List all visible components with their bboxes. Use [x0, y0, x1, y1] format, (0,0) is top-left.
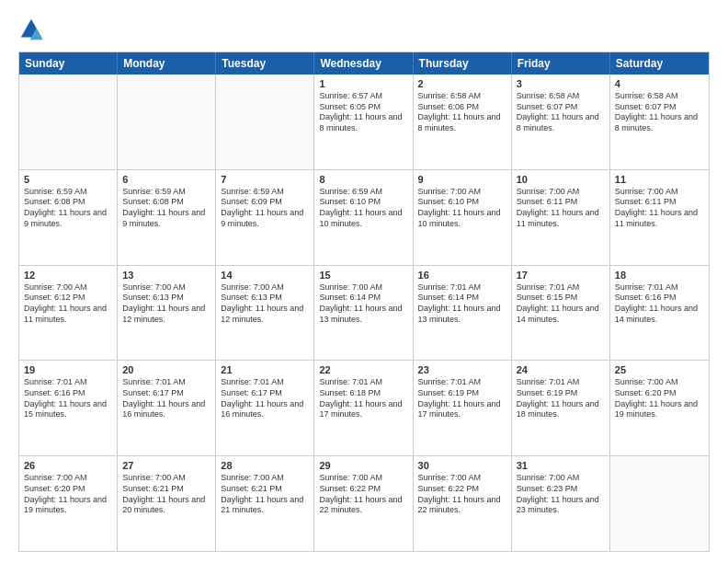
calendar-cell: 21Sunrise: 7:01 AM Sunset: 6:17 PM Dayli…	[216, 361, 314, 455]
day-number: 13	[122, 270, 210, 281]
day-number: 17	[517, 270, 605, 281]
day-number: 21	[221, 364, 309, 375]
calendar-cell: 8Sunrise: 6:59 AM Sunset: 6:10 PM Daylig…	[314, 170, 413, 265]
day-info: Sunrise: 6:58 AM Sunset: 6:07 PM Dayligh…	[517, 91, 605, 134]
weekday-header-monday: Monday	[118, 52, 216, 75]
day-number: 1	[319, 78, 407, 89]
day-number: 15	[319, 270, 407, 281]
calendar-cell: 23Sunrise: 7:01 AM Sunset: 6:19 PM Dayli…	[414, 361, 512, 455]
calendar-cell: 5Sunrise: 6:59 AM Sunset: 6:08 PM Daylig…	[19, 170, 118, 265]
day-info: Sunrise: 6:59 AM Sunset: 6:09 PM Dayligh…	[221, 187, 309, 230]
calendar-cell	[216, 75, 314, 169]
calendar-cell: 6Sunrise: 6:59 AM Sunset: 6:08 PM Daylig…	[118, 170, 216, 265]
day-info: Sunrise: 7:00 AM Sunset: 6:13 PM Dayligh…	[122, 282, 210, 326]
weekday-header-saturday: Saturday	[610, 52, 709, 75]
day-info: Sunrise: 7:00 AM Sunset: 6:14 PM Dayligh…	[319, 282, 407, 326]
calendar-row-5: 26Sunrise: 7:00 AM Sunset: 6:20 PM Dayli…	[19, 456, 709, 551]
day-number: 4	[615, 78, 704, 89]
day-info: Sunrise: 7:01 AM Sunset: 6:16 PM Dayligh…	[615, 282, 704, 326]
day-info: Sunrise: 6:57 AM Sunset: 6:05 PM Dayligh…	[319, 91, 407, 134]
calendar-body: 1Sunrise: 6:57 AM Sunset: 6:05 PM Daylig…	[19, 75, 709, 551]
calendar-cell: 26Sunrise: 7:00 AM Sunset: 6:20 PM Dayli…	[19, 456, 118, 551]
calendar-cell: 11Sunrise: 7:00 AM Sunset: 6:11 PM Dayli…	[610, 170, 709, 265]
calendar-cell	[610, 456, 709, 551]
day-number: 30	[418, 460, 506, 471]
calendar-cell	[19, 75, 118, 169]
weekday-header-wednesday: Wednesday	[314, 52, 413, 75]
calendar-cell: 31Sunrise: 7:00 AM Sunset: 6:23 PM Dayli…	[512, 456, 610, 551]
calendar-row-3: 12Sunrise: 7:00 AM Sunset: 6:12 PM Dayli…	[19, 266, 709, 362]
logo-icon	[18, 17, 44, 42]
calendar-header: SundayMondayTuesdayWednesdayThursdayFrid…	[19, 52, 709, 75]
calendar-cell: 4Sunrise: 6:58 AM Sunset: 6:07 PM Daylig…	[610, 75, 709, 169]
day-number: 26	[24, 460, 112, 471]
day-number: 24	[517, 364, 605, 375]
day-number: 19	[24, 364, 112, 375]
day-number: 14	[221, 270, 309, 281]
day-number: 2	[418, 78, 506, 89]
day-number: 25	[615, 364, 704, 375]
calendar-cell: 16Sunrise: 7:01 AM Sunset: 6:14 PM Dayli…	[414, 266, 512, 361]
day-number: 20	[122, 364, 210, 375]
day-info: Sunrise: 7:01 AM Sunset: 6:16 PM Dayligh…	[24, 377, 112, 420]
calendar-cell: 3Sunrise: 6:58 AM Sunset: 6:07 PM Daylig…	[512, 75, 610, 169]
day-info: Sunrise: 6:59 AM Sunset: 6:10 PM Dayligh…	[319, 187, 407, 230]
day-info: Sunrise: 7:00 AM Sunset: 6:11 PM Dayligh…	[517, 187, 605, 230]
calendar: SundayMondayTuesdayWednesdayThursdayFrid…	[18, 52, 710, 552]
logo	[18, 17, 48, 42]
calendar-cell: 18Sunrise: 7:01 AM Sunset: 6:16 PM Dayli…	[610, 266, 709, 361]
day-number: 12	[24, 270, 112, 281]
calendar-cell: 13Sunrise: 7:00 AM Sunset: 6:13 PM Dayli…	[118, 266, 216, 361]
day-info: Sunrise: 7:00 AM Sunset: 6:12 PM Dayligh…	[24, 282, 112, 326]
day-info: Sunrise: 7:01 AM Sunset: 6:18 PM Dayligh…	[319, 377, 407, 420]
day-number: 28	[221, 460, 309, 471]
day-number: 9	[418, 174, 506, 185]
day-number: 7	[221, 174, 309, 185]
day-number: 29	[319, 460, 407, 471]
calendar-cell: 28Sunrise: 7:00 AM Sunset: 6:21 PM Dayli…	[216, 456, 314, 551]
day-info: Sunrise: 7:00 AM Sunset: 6:11 PM Dayligh…	[615, 187, 704, 230]
day-number: 6	[122, 174, 210, 185]
day-number: 3	[517, 78, 605, 89]
day-info: Sunrise: 6:58 AM Sunset: 6:07 PM Dayligh…	[615, 91, 704, 134]
day-info: Sunrise: 7:01 AM Sunset: 6:19 PM Dayligh…	[517, 377, 605, 420]
calendar-cell: 19Sunrise: 7:01 AM Sunset: 6:16 PM Dayli…	[19, 361, 118, 455]
calendar-cell: 30Sunrise: 7:00 AM Sunset: 6:22 PM Dayli…	[414, 456, 512, 551]
day-info: Sunrise: 6:59 AM Sunset: 6:08 PM Dayligh…	[122, 187, 210, 230]
header	[18, 17, 710, 42]
day-number: 22	[319, 364, 407, 375]
calendar-cell: 27Sunrise: 7:00 AM Sunset: 6:21 PM Dayli…	[118, 456, 216, 551]
day-number: 10	[517, 174, 605, 185]
day-number: 5	[24, 174, 112, 185]
day-info: Sunrise: 7:01 AM Sunset: 6:15 PM Dayligh…	[517, 282, 605, 326]
day-info: Sunrise: 6:58 AM Sunset: 6:06 PM Dayligh…	[418, 91, 506, 134]
calendar-cell: 29Sunrise: 7:00 AM Sunset: 6:22 PM Dayli…	[314, 456, 413, 551]
day-info: Sunrise: 7:00 AM Sunset: 6:22 PM Dayligh…	[418, 473, 506, 516]
calendar-cell: 10Sunrise: 7:00 AM Sunset: 6:11 PM Dayli…	[512, 170, 610, 265]
calendar-cell: 7Sunrise: 6:59 AM Sunset: 6:09 PM Daylig…	[216, 170, 314, 265]
day-info: Sunrise: 7:01 AM Sunset: 6:19 PM Dayligh…	[418, 377, 506, 420]
calendar-cell: 25Sunrise: 7:00 AM Sunset: 6:20 PM Dayli…	[610, 361, 709, 455]
day-number: 11	[615, 174, 704, 185]
day-number: 27	[122, 460, 210, 471]
day-info: Sunrise: 7:00 AM Sunset: 6:10 PM Dayligh…	[418, 187, 506, 230]
weekday-header-tuesday: Tuesday	[216, 52, 314, 75]
calendar-row-4: 19Sunrise: 7:01 AM Sunset: 6:16 PM Dayli…	[19, 361, 709, 456]
day-info: Sunrise: 7:00 AM Sunset: 6:13 PM Dayligh…	[221, 282, 309, 326]
calendar-cell: 15Sunrise: 7:00 AM Sunset: 6:14 PM Dayli…	[314, 266, 413, 361]
weekday-header-thursday: Thursday	[414, 52, 512, 75]
day-number: 18	[615, 270, 704, 281]
day-number: 31	[517, 460, 605, 471]
day-info: Sunrise: 7:01 AM Sunset: 6:17 PM Dayligh…	[122, 377, 210, 420]
day-number: 8	[319, 174, 407, 185]
calendar-cell: 14Sunrise: 7:00 AM Sunset: 6:13 PM Dayli…	[216, 266, 314, 361]
day-info: Sunrise: 6:59 AM Sunset: 6:08 PM Dayligh…	[24, 187, 112, 230]
day-info: Sunrise: 7:00 AM Sunset: 6:21 PM Dayligh…	[122, 473, 210, 516]
calendar-cell: 22Sunrise: 7:01 AM Sunset: 6:18 PM Dayli…	[314, 361, 413, 455]
weekday-header-sunday: Sunday	[19, 52, 118, 75]
day-info: Sunrise: 7:00 AM Sunset: 6:23 PM Dayligh…	[517, 473, 605, 516]
day-info: Sunrise: 7:01 AM Sunset: 6:17 PM Dayligh…	[221, 377, 309, 420]
calendar-cell: 9Sunrise: 7:00 AM Sunset: 6:10 PM Daylig…	[414, 170, 512, 265]
day-info: Sunrise: 7:00 AM Sunset: 6:20 PM Dayligh…	[24, 473, 112, 516]
day-info: Sunrise: 7:01 AM Sunset: 6:14 PM Dayligh…	[418, 282, 506, 326]
